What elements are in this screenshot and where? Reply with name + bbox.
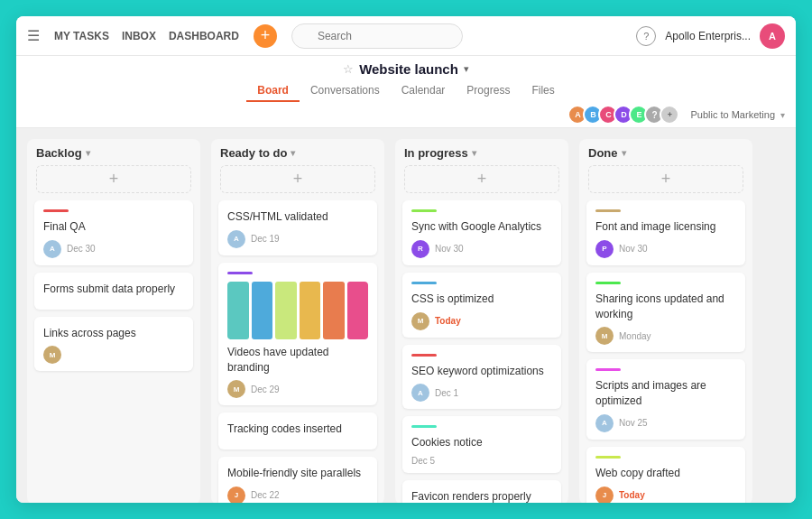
column-dropdown-ready[interactable]: ▾ [291,148,295,158]
card-title: Scripts and images are optimized [595,378,736,409]
tab-files[interactable]: Files [521,80,565,102]
cards-progress: Sync with Google Analytics R Nov 30 CSS … [395,200,568,503]
user-name: Apollo Enterpris... [665,30,751,42]
nav-right: ? Apollo Enterpris... A [636,23,785,49]
tab-calendar[interactable]: Calendar [391,80,457,102]
nav-mytasks[interactable]: MY TASKS [54,30,109,42]
hamburger-icon[interactable]: ☰ [27,27,40,44]
card-bar [43,209,69,212]
card-title: Favicon renders properly [411,489,552,503]
column-header-ready: Ready to do ▾ [211,139,384,165]
nav-dashboard[interactable]: DASHBOARD [169,30,239,42]
cards-backlog: Final QA A Dec 30 Forms submit data prop… [27,200,200,503]
column-ready-to-do: Ready to do ▾ + CSS/HTML validated A Dec… [211,139,384,503]
card-title: Tracking codes inserted [227,422,368,437]
card-links-across[interactable]: Links across pages M [34,317,193,372]
card-bar [595,282,621,284]
column-dropdown-progress[interactable]: ▾ [472,148,476,158]
tab-board[interactable]: Board [246,80,300,102]
project-header: ☆ Website launch ▾ Board Conversations C… [16,56,796,128]
card-bar [411,425,437,428]
card-bar [595,456,621,459]
card-bar [411,354,437,357]
star-icon: ☆ [343,62,354,76]
card-meta: M Today [411,312,552,330]
board: Backlog ▾ + Final QA A Dec 30 Forms subm… [16,128,796,503]
tab-conversations[interactable]: Conversations [300,80,391,102]
card-bar [227,272,253,274]
card-font-licensing[interactable]: Font and image licensing P Nov 30 [586,200,745,265]
card-tracking-codes[interactable]: Tracking codes inserted [218,412,377,449]
privacy-dropdown[interactable]: ▾ [780,110,785,120]
column-dropdown-backlog[interactable]: ▾ [86,148,90,158]
help-button[interactable]: ? [636,26,656,46]
card-css-optimized[interactable]: CSS is optimized M Today [402,273,561,338]
card-avatar: M [43,346,61,364]
search-input[interactable] [291,23,463,49]
card-avatar: M [595,327,614,345]
card-scripts-images[interactable]: Scripts and images are optimized A Nov 2… [586,359,745,440]
card-date: Nov 30 [619,244,648,254]
member-avatars: A B C D E ? + [567,105,679,125]
card-sync-analytics[interactable]: Sync with Google Analytics R Nov 30 [402,200,561,265]
card-title: Sharing icons updated and working [595,292,736,322]
card-sharing-icons[interactable]: Sharing icons updated and working M Mond… [586,273,745,353]
card-date-today: Today [435,316,461,326]
card-final-qa[interactable]: Final QA A Dec 30 [34,200,193,265]
card-videos-branding[interactable]: Videos have updated branding M Dec 29 [218,263,377,406]
card-date-today: Today [619,490,645,500]
card-date: Monday [619,331,651,341]
column-add-ready[interactable]: + [220,165,375,193]
card-date: Dec 30 [67,244,96,254]
card-date: Dec 1 [435,388,458,398]
tab-progress[interactable]: Progress [456,80,521,102]
card-meta: J Today [595,487,736,503]
column-header-backlog: Backlog ▾ [27,139,200,165]
card-favicon[interactable]: Favicon renders properly J Dec 7 [402,480,561,503]
card-mobile-friendly[interactable]: Mobile-friendly site parallels J Dec 22 [218,457,377,503]
privacy-label: Public to Marketing [690,109,775,120]
add-member-button[interactable]: + [660,105,679,125]
column-add-backlog[interactable]: + [36,165,191,193]
card-avatar: A [43,240,61,258]
project-title: Website launch [359,61,458,77]
column-header-progress: In progress ▾ [395,139,568,165]
card-avatar: J [227,487,245,503]
card-avatar: A [227,230,245,248]
card-avatar: M [411,312,429,330]
card-meta: M [43,346,184,364]
card-css-html[interactable]: CSS/HTML validated A Dec 19 [218,200,377,255]
column-header-done: Done ▾ [579,139,752,165]
card-title: Final QA [43,219,184,235]
card-meta: M Dec 29 [227,380,368,398]
create-button[interactable]: + [254,24,277,48]
column-title-ready: Ready to do [220,146,287,160]
column-add-progress[interactable]: + [404,165,559,193]
card-title: CSS/HTML validated [227,209,368,225]
card-title: Cookies notice [411,435,552,450]
card-date: Nov 30 [435,244,464,254]
nav-links: MY TASKS INBOX DASHBOARD [54,30,239,42]
card-cookies-notice[interactable]: Cookies notice Dec 5 [402,416,561,473]
cards-done: Font and image licensing P Nov 30 Sharin… [579,200,752,503]
nav-inbox[interactable]: INBOX [122,30,156,42]
card-title: Links across pages [43,326,184,341]
project-tabs: Board Conversations Calendar Progress Fi… [16,80,796,102]
user-avatar[interactable]: A [760,23,785,49]
card-bar [411,282,437,284]
cards-ready: CSS/HTML validated A Dec 19 [211,200,384,503]
column-done: Done ▾ + Font and image licensing P Nov … [579,139,752,503]
card-web-copy-drafted[interactable]: Web copy drafted J Today [586,447,745,503]
card-avatar: P [595,240,614,258]
column-dropdown-done[interactable]: ▾ [622,148,626,158]
card-image [227,282,368,339]
card-title: Videos have updated branding [227,345,368,375]
project-dropdown-icon[interactable]: ▾ [464,63,469,75]
card-seo-keyword[interactable]: SEO keyword optimizations A Dec 1 [402,345,561,410]
card-title: Forms submit data properly [43,282,184,297]
column-add-done[interactable]: + [588,165,743,193]
card-meta: A Nov 25 [595,414,736,432]
card-forms-submit[interactable]: Forms submit data properly [34,273,193,310]
card-meta: A Dec 30 [43,240,184,258]
card-meta: R Nov 30 [411,240,552,258]
